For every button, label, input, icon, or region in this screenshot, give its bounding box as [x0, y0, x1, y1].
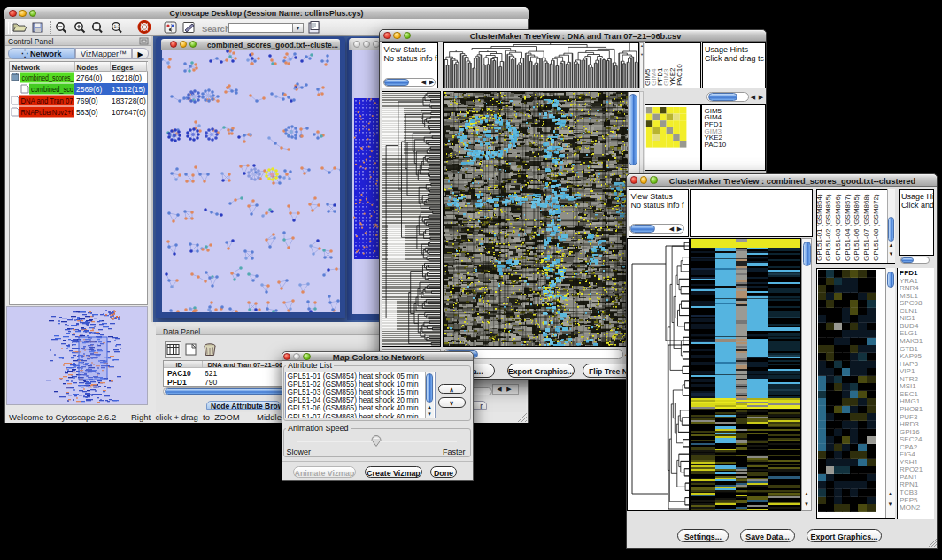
svg-text:183728(0): 183728(0)	[112, 96, 146, 105]
svg-text:combined_scores_: combined_scores_	[22, 73, 74, 82]
svg-text:PAC10: PAC10	[675, 64, 683, 86]
svg-text:563(0): 563(0)	[76, 108, 98, 117]
svg-text:GPL51-08 (GSM872): GPL51-08 (GSM872)	[871, 194, 879, 261]
svg-text:GPL51-01 (GSM854): GPL51-01 (GSM854)	[817, 194, 823, 261]
svg-text:GPL51-07 (GSM868): GPL51-07 (GSM868)	[862, 194, 870, 261]
svg-text:2569(6): 2569(6)	[76, 85, 102, 94]
svg-text:769(0): 769(0)	[76, 96, 98, 105]
svg-text:GPL51-03 (GSM856): GPL51-03 (GSM856)	[833, 194, 841, 261]
svg-text:GPL51-04 (GSM857): GPL51-04 (GSM857)	[843, 194, 851, 261]
svg-text:combined_sco: combined_sco	[31, 85, 73, 94]
svg-text:1:1: 1:1	[114, 24, 120, 29]
svg-text:13112(15): 13112(15)	[112, 85, 145, 94]
svg-text:MON2: MON2	[900, 503, 921, 511]
svg-text:2764(0): 2764(0)	[76, 73, 102, 82]
svg-text:107847(0): 107847(0)	[112, 108, 146, 117]
svg-text:PAC10: PAC10	[704, 141, 726, 149]
svg-text:GPL51-02 (GSM855): GPL51-02 (GSM855)	[824, 194, 832, 261]
svg-text:GPL51-07 (GSM868) heat shock 6: GPL51-07 (GSM868) heat shock 60 min	[288, 412, 419, 418]
svg-text:DNA and Tran 07: DNA and Tran 07	[21, 96, 73, 105]
svg-text:GPL51-06 (GSM865): GPL51-06 (GSM865)	[853, 194, 861, 261]
svg-text:16218(0): 16218(0)	[112, 73, 142, 82]
svg-text:RNAPuberNov2+I: RNAPuberNov2+I	[21, 108, 73, 117]
